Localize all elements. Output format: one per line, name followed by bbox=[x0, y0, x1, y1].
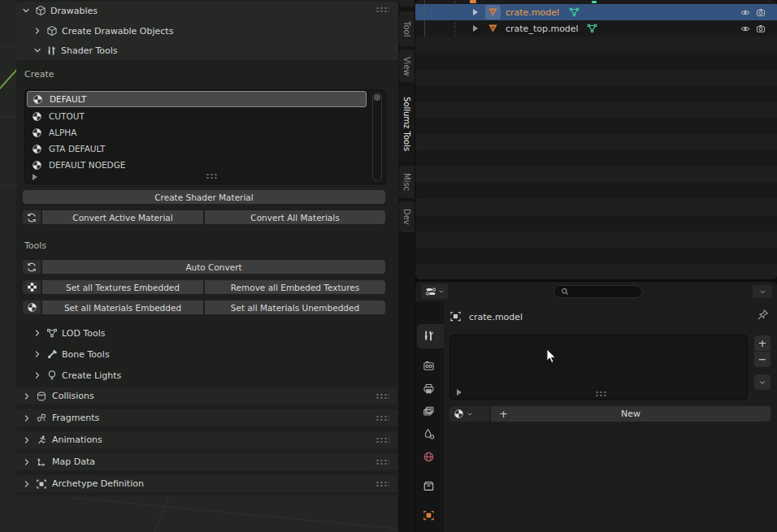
list-resize-grip[interactable] bbox=[206, 173, 218, 179]
list-resize-grip[interactable] bbox=[595, 391, 606, 396]
tab-view[interactable]: View bbox=[399, 50, 415, 83]
plus-icon: + bbox=[499, 408, 508, 420]
expand-triangle-icon[interactable] bbox=[472, 25, 479, 32]
panel-header-fragments[interactable]: Fragments bbox=[16, 409, 398, 426]
list-item-gta-default[interactable]: GTA DEFAULT bbox=[27, 141, 367, 157]
set-all-textures-embedded-button[interactable]: Set all Textures Embedded bbox=[42, 280, 203, 294]
header-options-dropdown[interactable] bbox=[753, 285, 772, 298]
panel-label: Create Lights bbox=[62, 371, 121, 380]
pin-icon[interactable] bbox=[757, 309, 769, 321]
panel-drag-grip[interactable] bbox=[375, 459, 389, 465]
tab-misc[interactable]: Misc bbox=[399, 166, 415, 198]
chevron-right-icon bbox=[22, 479, 32, 489]
new-material-button[interactable]: + New bbox=[491, 406, 770, 422]
list-scrollbar[interactable] bbox=[372, 93, 382, 181]
auto-convert-button[interactable]: Auto Convert bbox=[42, 260, 385, 274]
eye-icon[interactable] bbox=[740, 24, 751, 34]
panel-label: Bone Tools bbox=[62, 350, 110, 359]
list-item-default[interactable]: DEFAULT bbox=[27, 91, 367, 107]
panel-drag-grip[interactable] bbox=[375, 437, 389, 443]
tab-render-properties[interactable] bbox=[423, 360, 436, 373]
viewport-gridline bbox=[72, 497, 403, 530]
chevron-down-icon bbox=[758, 378, 766, 387]
panel-header-lod-tools[interactable]: LOD Tools bbox=[33, 325, 105, 341]
panel-drag-grip[interactable] bbox=[375, 415, 389, 421]
breadcrumb-object-name[interactable]: crate.model bbox=[469, 313, 523, 322]
properties-editor: crate.model + − + New bbox=[415, 282, 777, 532]
chevron-down-icon bbox=[21, 6, 31, 15]
editor-type-button[interactable] bbox=[422, 284, 448, 299]
button-label: New bbox=[621, 409, 640, 419]
panel-drag-grip[interactable] bbox=[375, 393, 389, 399]
tool-icon bbox=[423, 330, 435, 342]
panel-header-bone-tools[interactable]: Bone Tools bbox=[33, 346, 110, 362]
convert-active-material-button[interactable]: Convert Active Material bbox=[42, 210, 203, 224]
chevron-right-icon bbox=[22, 413, 32, 423]
box-icon bbox=[423, 480, 435, 492]
list-expand-icon[interactable] bbox=[456, 389, 462, 396]
tool-icon bbox=[46, 45, 57, 56]
set-all-materials-embedded-button[interactable]: Set all Materials Embedded bbox=[42, 301, 203, 314]
mouse-cursor bbox=[546, 348, 557, 364]
axes-icon bbox=[36, 456, 47, 468]
chevron-right-icon bbox=[22, 435, 32, 445]
browse-material-button[interactable] bbox=[449, 406, 489, 422]
remove-material-slot-button[interactable]: − bbox=[754, 352, 770, 367]
tab-output-properties[interactable] bbox=[423, 383, 436, 396]
panel-header-create-lights[interactable]: Create Lights bbox=[33, 367, 121, 383]
panel-header-archetype-definition[interactable]: Archetype Definition bbox=[16, 475, 398, 492]
panel-label: LOD Tools bbox=[62, 329, 105, 338]
list-item-cutout[interactable]: CUTOUT bbox=[27, 108, 367, 124]
list-item-label: CUTOUT bbox=[49, 111, 85, 121]
tab-collection-properties[interactable] bbox=[423, 480, 436, 493]
outliner-row-crate-top-model[interactable]: crate_top.model bbox=[415, 20, 777, 37]
properties-search-input[interactable] bbox=[553, 285, 642, 298]
create-shader-material-button[interactable]: Create Shader Material bbox=[23, 190, 385, 204]
button-label: Set all Textures Embedded bbox=[66, 283, 180, 292]
panel-header-animations[interactable]: Animations bbox=[16, 431, 398, 448]
add-material-slot-button[interactable]: + bbox=[754, 335, 770, 351]
material-sphere-icon bbox=[454, 409, 464, 419]
panel-header-collisions[interactable]: Collisions bbox=[16, 387, 398, 404]
tab-object-properties[interactable] bbox=[423, 509, 436, 522]
list-item-label: DEFAULT bbox=[50, 94, 86, 104]
material-slots-list[interactable] bbox=[449, 335, 748, 400]
tools-section-label: Tools bbox=[24, 240, 46, 251]
tab-world-properties[interactable] bbox=[423, 451, 436, 464]
list-item-alpha[interactable]: ALPHA bbox=[27, 124, 367, 141]
remove-all-embeded-textures-button[interactable]: Remove all Embeded Textures bbox=[205, 280, 385, 294]
panel-label: Create Drawable Objects bbox=[62, 27, 173, 36]
tab-scene-properties[interactable] bbox=[423, 428, 436, 441]
tab-tool-properties[interactable] bbox=[423, 330, 436, 343]
tab-label: Tool bbox=[402, 21, 411, 37]
list-expand-icon[interactable] bbox=[32, 174, 38, 180]
tab-dev[interactable]: Dev bbox=[399, 201, 415, 232]
globe-icon bbox=[423, 451, 435, 463]
panel-header-drawables[interactable]: Drawables bbox=[21, 2, 98, 19]
scrollbar-thumb[interactable] bbox=[374, 94, 380, 101]
panel-drag-grip[interactable] bbox=[375, 6, 389, 12]
panel-drag-grip[interactable] bbox=[375, 481, 389, 487]
set-all-materials-unembedded-button[interactable]: Set all Materials Unembedded bbox=[205, 301, 385, 314]
camera-icon[interactable] bbox=[755, 24, 766, 34]
outliner-row-crate-model[interactable]: crate.model bbox=[415, 4, 777, 20]
chevron-right-icon bbox=[33, 349, 42, 359]
panel-header-shader-tools[interactable]: Shader Tools bbox=[33, 42, 118, 58]
checker-icon-cell bbox=[23, 280, 41, 294]
convert-all-materials-button[interactable]: Convert All Materials bbox=[205, 210, 385, 224]
chevron-right-icon bbox=[22, 391, 32, 401]
list-item-default-noedge[interactable]: DEFAULT NOEDGE bbox=[27, 157, 367, 173]
lightbulb-icon bbox=[46, 370, 58, 381]
material-specials-dropdown[interactable] bbox=[754, 374, 770, 390]
cube-icon bbox=[46, 25, 58, 37]
camera-icon[interactable] bbox=[755, 7, 766, 18]
panel-label: Fragments bbox=[52, 413, 99, 422]
panel-header-create-drawable-objects[interactable]: Create Drawable Objects bbox=[33, 23, 173, 39]
tab-view-layer-properties[interactable] bbox=[423, 405, 436, 418]
tab-item[interactable]: Item bbox=[399, 0, 415, 6]
panel-header-map-data[interactable]: Map Data bbox=[16, 453, 398, 470]
tab-tool[interactable]: Tool bbox=[399, 11, 415, 46]
tab-sollumz-tools[interactable]: Sollumz Tools bbox=[399, 86, 415, 162]
eye-icon[interactable] bbox=[740, 7, 751, 18]
expand-triangle-icon[interactable] bbox=[472, 9, 479, 15]
